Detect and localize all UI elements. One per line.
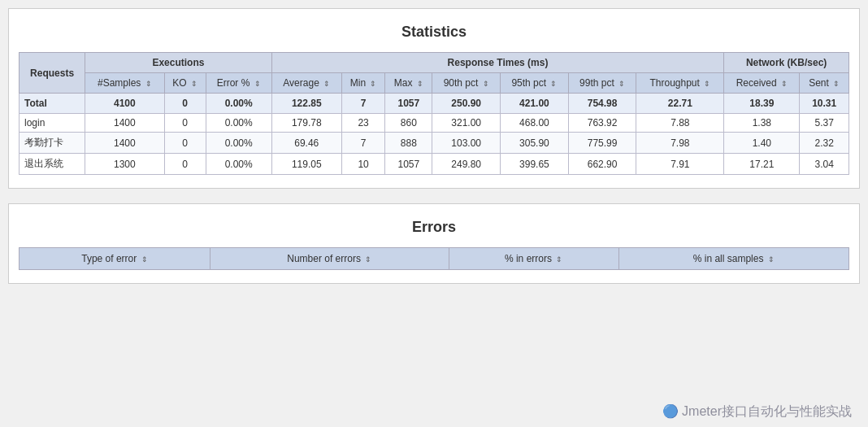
- cell-pct95: 421.00: [501, 94, 569, 114]
- col-pct95[interactable]: 95th pct ⇕: [501, 73, 569, 94]
- sort-min-icon[interactable]: ⇕: [370, 80, 376, 88]
- cell-min: 10: [341, 154, 385, 175]
- cell-pct95: 399.65: [501, 154, 569, 175]
- cell-received: 1.40: [724, 133, 800, 154]
- cell-received: 18.39: [724, 94, 800, 114]
- errors-header-row: Type of error ⇕ Number of errors ⇕ % in …: [20, 248, 849, 270]
- cell-ko: 0: [164, 133, 206, 154]
- page-wrapper: Statistics Requests Executions Response …: [0, 0, 868, 427]
- col-error-type[interactable]: Type of error ⇕: [20, 248, 210, 270]
- col-samples[interactable]: #Samples ⇕: [85, 73, 164, 94]
- sort-pct-errors-icon[interactable]: ⇕: [556, 255, 562, 264]
- cell-throughput: 7.91: [636, 154, 724, 175]
- col-min[interactable]: Min ⇕: [341, 73, 385, 94]
- cell-ko: 0: [164, 94, 206, 114]
- errors-section: Errors Type of error ⇕ Number of errors …: [8, 203, 860, 284]
- table-row: login140000.00%179.7823860321.00468.0076…: [20, 114, 849, 133]
- cell-pct99: 775.99: [568, 133, 636, 154]
- cell-throughput: 22.71: [636, 94, 724, 114]
- cell-errorPct: 0.00%: [206, 133, 271, 154]
- sort-pct99-icon[interactable]: ⇕: [618, 80, 625, 88]
- cell-average: 119.05: [271, 154, 341, 175]
- sort-max-icon[interactable]: ⇕: [417, 80, 423, 88]
- col-sent[interactable]: Sent ⇕: [800, 73, 849, 94]
- table-row: Total410000.00%122.8571057250.90421.0075…: [20, 94, 849, 114]
- cell-samples: 1400: [85, 114, 164, 133]
- cell-min: 7: [341, 94, 385, 114]
- table-row: 退出系统130000.00%119.05101057249.80399.6566…: [20, 154, 849, 175]
- cell-pct90: 250.90: [432, 94, 501, 114]
- sort-samples-icon[interactable]: ⇕: [145, 80, 152, 88]
- col-error-pct[interactable]: Error % ⇕: [206, 73, 271, 94]
- sort-received-icon[interactable]: ⇕: [781, 80, 788, 88]
- cell-pct99: 754.98: [568, 94, 636, 114]
- col-received[interactable]: Received ⇕: [724, 73, 800, 94]
- sort-ko-icon[interactable]: ⇕: [191, 80, 197, 88]
- sort-pct95-icon[interactable]: ⇕: [550, 80, 557, 88]
- cell-sent: 10.31: [800, 94, 849, 114]
- col-throughput[interactable]: Throughput ⇕: [636, 73, 724, 94]
- cell-errorPct: 0.00%: [206, 94, 271, 114]
- cell-pct90: 321.00: [432, 114, 501, 133]
- cell-ko: 0: [164, 154, 206, 175]
- cell-sent: 3.04: [800, 154, 849, 175]
- cell-pct90: 249.80: [432, 154, 501, 175]
- col-group-response-times: Response Times (ms): [271, 53, 724, 73]
- cell-samples: 1300: [85, 154, 164, 175]
- cell-label: login: [20, 114, 85, 133]
- sort-average-icon[interactable]: ⇕: [323, 80, 330, 88]
- cell-pct95: 305.90: [501, 133, 569, 154]
- cell-average: 122.85: [271, 94, 341, 114]
- statistics-title: Statistics: [19, 17, 849, 52]
- col-pct-in-all[interactable]: % in all samples ⇕: [618, 248, 848, 270]
- col-average[interactable]: Average ⇕: [271, 73, 341, 94]
- cell-sent: 2.32: [800, 133, 849, 154]
- cell-throughput: 7.98: [636, 133, 724, 154]
- col-group-requests: Requests: [20, 53, 85, 94]
- col-pct-in-errors[interactable]: % in errors ⇕: [449, 248, 618, 270]
- col-pct90[interactable]: 90th pct ⇕: [432, 73, 501, 94]
- sort-sent-icon[interactable]: ⇕: [833, 80, 840, 88]
- col-max[interactable]: Max ⇕: [385, 73, 432, 94]
- col-error-number[interactable]: Number of errors ⇕: [210, 248, 449, 270]
- cell-pct99: 662.90: [568, 154, 636, 175]
- cell-max: 888: [385, 133, 432, 154]
- col-ko[interactable]: KO ⇕: [164, 73, 206, 94]
- cell-max: 1057: [385, 154, 432, 175]
- errors-table: Type of error ⇕ Number of errors ⇕ % in …: [19, 247, 849, 270]
- sort-pct90-icon[interactable]: ⇕: [483, 80, 489, 88]
- cell-samples: 4100: [85, 94, 164, 114]
- cell-samples: 1400: [85, 133, 164, 154]
- sort-error-number-icon[interactable]: ⇕: [365, 255, 371, 264]
- cell-min: 7: [341, 133, 385, 154]
- cell-ko: 0: [164, 114, 206, 133]
- sort-pct-all-icon[interactable]: ⇕: [768, 255, 775, 264]
- statistics-table: Requests Executions Response Times (ms) …: [19, 52, 849, 175]
- table-row: 考勤打卡140000.00%69.467888103.00305.90775.9…: [20, 133, 849, 154]
- cell-received: 17.21: [724, 154, 800, 175]
- cell-average: 69.46: [271, 133, 341, 154]
- cell-pct90: 103.00: [432, 133, 501, 154]
- col-group-network: Network (KB/sec): [724, 53, 849, 73]
- cell-label: 退出系统: [20, 154, 85, 175]
- cell-min: 23: [341, 114, 385, 133]
- cell-errorPct: 0.00%: [206, 154, 271, 175]
- cell-pct99: 763.92: [568, 114, 636, 133]
- cell-average: 179.78: [271, 114, 341, 133]
- sort-throughput-icon[interactable]: ⇕: [704, 80, 710, 88]
- cell-label: 考勤打卡: [20, 133, 85, 154]
- errors-title: Errors: [19, 212, 849, 247]
- cell-pct95: 468.00: [501, 114, 569, 133]
- cell-max: 1057: [385, 94, 432, 114]
- cell-max: 860: [385, 114, 432, 133]
- col-header-row: #Samples ⇕ KO ⇕ Error % ⇕ Average ⇕: [20, 73, 849, 94]
- cell-received: 1.38: [724, 114, 800, 133]
- cell-throughput: 7.88: [636, 114, 724, 133]
- group-header-row: Requests Executions Response Times (ms) …: [20, 53, 849, 73]
- stats-table-body: Total410000.00%122.8571057250.90421.0075…: [20, 94, 849, 175]
- sort-error-type-icon[interactable]: ⇕: [141, 255, 148, 264]
- col-pct99[interactable]: 99th pct ⇕: [568, 73, 636, 94]
- cell-errorPct: 0.00%: [206, 114, 271, 133]
- col-group-executions: Executions: [85, 53, 272, 73]
- sort-error-icon[interactable]: ⇕: [254, 80, 261, 88]
